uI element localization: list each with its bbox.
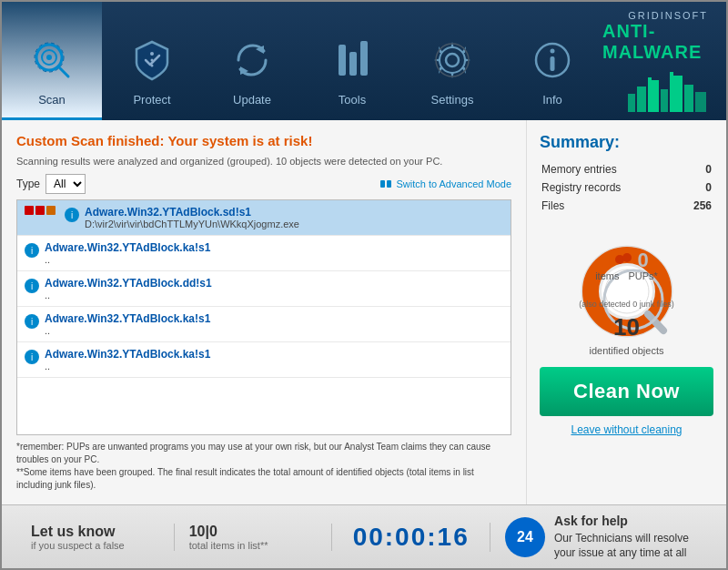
nav-label-tools: Tools [339, 93, 366, 107]
leave-without-cleaning-link[interactable]: Leave without cleaning [540, 423, 713, 436]
summary-title: Summary: [540, 133, 713, 152]
identified-count: 10 [613, 313, 640, 341]
result-item[interactable]: i Adware.Win32.YTAdBlock.ka!s1 .. [17, 236, 511, 271]
result-path: D:\vir2\vir\vir\bdChTTLMyYUn\WKkqXjogmz.… [85, 219, 503, 229]
summary-label: Registry records [541, 179, 678, 196]
scan-desc: Scanning results were analyzed and organ… [16, 156, 511, 167]
svg-point-7 [151, 65, 154, 67]
scan-title-static: Custom Scan finished: [16, 133, 167, 148]
svg-rect-26 [648, 77, 652, 83]
summary-label: Memory entries [541, 161, 678, 178]
result-info-icon: i [25, 314, 39, 329]
items-label: items [595, 270, 619, 281]
svg-point-2 [46, 55, 52, 60]
scan-title: Custom Scan finished: Your system is at … [16, 133, 511, 148]
type-select[interactable]: All [46, 174, 86, 194]
result-name: Adware.Win32.YTAdBlock.ka!s1 [45, 241, 503, 254]
tools-icon [325, 33, 379, 87]
left-panel: Custom Scan finished: Your system is at … [2, 120, 526, 504]
footer-items-main: 10|0 [189, 524, 318, 540]
result-content: Adware.Win32.YTAdBlock.ka!s1 .. [45, 241, 503, 265]
result-item[interactable]: i Adware.Win32.YTAdBlock.ka!s1 .. [17, 307, 511, 342]
nav-item-settings[interactable]: Settings [402, 2, 502, 120]
brand-company: GRIDINSOFT [628, 10, 708, 21]
nav-item-protect[interactable]: Protect [102, 2, 202, 120]
donut-chart-area: 1 items 0 PUPs* (also detected 0 junk fi… [540, 223, 713, 360]
result-content: Adware.Win32.YTAdBlock.dd!s1 .. [45, 277, 503, 300]
brand-cityscape [626, 66, 708, 112]
junk-note: (also detected 0 junk files) [540, 294, 713, 310]
svg-rect-28 [380, 180, 385, 188]
summary-value: 0 [680, 161, 712, 178]
footer-letusknow-main: Let us know [31, 524, 159, 540]
svg-rect-21 [648, 80, 659, 112]
results-list[interactable]: i Adware.Win32.YTAdBlock.sd!s1 D:\vir2\v… [16, 199, 511, 435]
app-window: Scan Protect [0, 0, 728, 570]
result-info-icon: i [25, 243, 39, 258]
svg-point-17 [551, 49, 555, 54]
brand-product: ANTI-MALWARE [602, 21, 708, 63]
result-path: .. [45, 325, 503, 336]
notes-section: *remember: PUPs are unwanted programs yo… [16, 441, 511, 492]
nav-label-info: Info [542, 93, 562, 107]
identified-area: 10 identified objects [540, 313, 713, 358]
footer-letusknow-sub: if you suspect a false [31, 540, 159, 551]
svg-point-15 [436, 44, 469, 76]
result-info-icon: i [65, 208, 79, 222]
result-item[interactable]: i Adware.Win32.YTAdBlock.sd!s1 D:\vir2\v… [17, 200, 511, 236]
pups-stat: 0 PUPs* [628, 250, 657, 281]
result-content: Adware.Win32.YTAdBlock.ka!s1 .. [45, 312, 503, 336]
svg-point-13 [446, 54, 459, 66]
nav-label-settings: Settings [431, 93, 474, 107]
nav-label-scan: Scan [38, 93, 66, 107]
nav-item-update[interactable]: Update [202, 2, 302, 120]
scan-controls: Type All Switch to Advanced Mode [16, 174, 511, 194]
adv-mode-label: Switch to Advanced Mode [396, 178, 511, 189]
main-content: Custom Scan finished: Your system is at … [2, 120, 726, 504]
svg-rect-12 [360, 41, 368, 76]
footer-section-items: 10|0 total items in list** [175, 524, 333, 551]
footer: Let us know if you suspect a false 10|0 … [2, 504, 726, 568]
nav-item-scan[interactable]: Scan [2, 2, 102, 120]
type-filter: Type All [16, 174, 86, 194]
result-path: .. [45, 361, 503, 372]
advanced-mode-link[interactable]: Switch to Advanced Mode [379, 178, 511, 190]
summary-row: Files 256 [541, 198, 712, 214]
result-item[interactable]: i Adware.Win32.YTAdBlock.ka!s1 .. [17, 342, 511, 378]
summary-label: Files [541, 198, 678, 214]
switch-icon [379, 178, 392, 190]
clean-now-button[interactable]: Clean Now [540, 367, 713, 416]
help-badge: 24 [505, 517, 545, 557]
summary-value: 0 [680, 179, 712, 196]
svg-rect-18 [551, 56, 555, 71]
info-icon [525, 33, 580, 87]
donut-stats: 1 items 0 PUPs* [540, 250, 713, 281]
badge-orange [46, 206, 56, 215]
svg-rect-11 [349, 52, 357, 76]
svg-rect-23 [670, 76, 682, 112]
summary-table: Memory entries 0 Registry records 0 File… [540, 159, 713, 216]
result-item[interactable]: i Adware.Win32.YTAdBlock.dd!s1 .. [17, 271, 511, 307]
nav-label-protect: Protect [133, 93, 170, 107]
summary-row: Registry records 0 [541, 179, 712, 196]
svg-rect-29 [387, 180, 391, 188]
badge-red2 [35, 206, 45, 215]
svg-point-5 [150, 52, 154, 56]
nav-label-update: Update [233, 93, 271, 107]
summary-row: Memory entries 0 [541, 161, 712, 178]
nav-bar: Scan Protect [2, 2, 726, 120]
result-name: Adware.Win32.YTAdBlock.sd!s1 [85, 206, 503, 219]
footer-timer-section: 00:00:16 [332, 523, 490, 552]
result-path: .. [45, 290, 503, 300]
nav-item-tools[interactable]: Tools [302, 2, 402, 120]
note-2: **Some items have been grouped. The fina… [16, 466, 511, 492]
type-label: Type [16, 178, 40, 190]
footer-section-letusknow: Let us know if you suspect a false [16, 524, 175, 551]
nav-item-info[interactable]: Info [502, 2, 602, 120]
result-info-icon: i [25, 279, 39, 293]
scan-title-alert: Your system is at risk! [167, 133, 312, 148]
identified-label: identified objects [590, 345, 664, 356]
svg-point-14 [440, 47, 465, 73]
summary-value: 256 [680, 198, 712, 214]
svg-rect-24 [684, 85, 693, 112]
